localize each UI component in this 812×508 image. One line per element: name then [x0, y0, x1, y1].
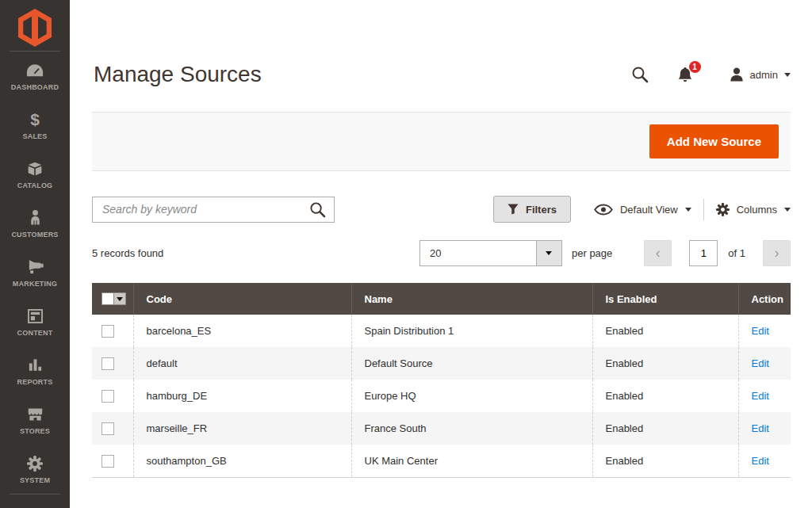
keyword-search	[92, 197, 335, 223]
vertical-divider	[703, 199, 704, 220]
select-all-checkbox[interactable]	[102, 292, 114, 305]
edit-link[interactable]: Edit	[752, 422, 769, 434]
cell-name: UK Main Center	[351, 445, 592, 477]
sidebar-item-sales[interactable]: $ SALES	[0, 101, 70, 150]
chevron-down-icon	[784, 73, 791, 77]
row-checkbox[interactable]	[102, 455, 114, 468]
cell-name: France South	[351, 412, 592, 445]
table-row: southampton_GB UK Main Center Enabled Ed…	[92, 445, 791, 477]
sidebar-item-label: CUSTOMERS	[11, 231, 58, 239]
cell-is-enabled: Enabled	[592, 380, 738, 412]
sidebar-item-catalog[interactable]: CATALOG	[0, 150, 70, 199]
cell-action: Edit	[738, 347, 791, 380]
select-all-header	[92, 283, 133, 315]
chevron-down-icon	[685, 208, 691, 212]
cell-is-enabled: Enabled	[592, 412, 738, 445]
edit-link[interactable]: Edit	[752, 390, 769, 402]
cell-action: Edit	[738, 412, 791, 445]
table-row: default Default Source Enabled Edit	[92, 347, 791, 380]
row-checkbox[interactable]	[102, 325, 114, 338]
sidebar-item-customers[interactable]: CUSTOMERS	[0, 199, 70, 248]
cell-action: Edit	[738, 445, 791, 477]
sidebar-item-label: CATALOG	[17, 181, 53, 189]
cell-select	[92, 347, 133, 380]
sidebar-item-label: SYSTEM	[20, 476, 50, 484]
records-found: 5 records found	[92, 247, 163, 259]
cell-is-enabled: Enabled	[592, 445, 738, 477]
sidebar-item-system[interactable]: SYSTEM	[0, 445, 70, 494]
row-checkbox[interactable]	[102, 357, 114, 370]
column-header-is-enabled[interactable]: Is Enabled	[592, 283, 738, 315]
marketing-icon	[27, 258, 44, 276]
view-label: Default View	[620, 204, 678, 216]
cell-select	[92, 445, 133, 477]
user-icon	[730, 67, 744, 82]
grid-toolbar: Filters Default View	[92, 196, 791, 223]
per-page-value: 20	[420, 247, 441, 259]
page-header: Manage Sources 1 admin	[92, 59, 791, 90]
column-header-name[interactable]: Name	[351, 283, 592, 315]
search-input[interactable]	[92, 197, 335, 223]
cell-name: Spain Distribution 1	[351, 315, 592, 347]
per-page-select[interactable]: 20	[419, 240, 562, 266]
search-icon	[309, 201, 326, 218]
sidebar-nav: DASHBOARD $ SALES CATALOG C	[0, 52, 70, 494]
cell-is-enabled: Enabled	[592, 347, 738, 380]
notifications-button[interactable]: 1	[677, 67, 693, 83]
table-row: hamburg_DE Europe HQ Enabled Edit	[92, 380, 791, 412]
sidebar-item-content[interactable]: CONTENT	[0, 297, 70, 346]
cell-code: southampton_GB	[133, 445, 351, 477]
add-new-source-button[interactable]: Add New Source	[649, 124, 779, 159]
header-actions: 1 admin	[631, 66, 791, 83]
cell-select	[92, 412, 133, 445]
sidebar-item-label: REPORTS	[17, 378, 53, 386]
columns-selector[interactable]: Columns	[716, 203, 791, 216]
search-submit-button[interactable]	[309, 201, 326, 221]
view-selector[interactable]: Default View	[594, 204, 691, 216]
select-all-caret[interactable]	[114, 292, 126, 305]
row-checkbox[interactable]	[102, 390, 114, 403]
edit-link[interactable]: Edit	[752, 325, 769, 337]
admin-sidebar: DASHBOARD $ SALES CATALOG C	[0, 0, 70, 508]
select-all-control[interactable]	[102, 292, 133, 305]
chevron-left-icon: ‹	[656, 245, 661, 262]
stores-icon	[27, 406, 44, 423]
column-header-code[interactable]: Code	[133, 283, 351, 315]
grid-status-row: 5 records found 20 per page ‹ of 1 ›	[92, 239, 791, 266]
search-icon	[631, 66, 649, 83]
sales-icon: $	[30, 111, 40, 128]
sidebar-item-marketing[interactable]: MARKETING	[0, 248, 70, 297]
cell-action: Edit	[738, 315, 791, 347]
table-row: barcelona_ES Spain Distribution 1 Enable…	[92, 315, 791, 347]
chevron-right-icon: ›	[775, 245, 779, 262]
sidebar-item-label: DASHBOARD	[11, 83, 59, 91]
next-page-button[interactable]: ›	[763, 240, 791, 266]
filter-funnel-icon	[508, 204, 519, 215]
filters-button[interactable]: Filters	[493, 196, 571, 223]
sidebar-item-label: CONTENT	[17, 329, 53, 337]
sidebar-item-label: SALES	[22, 132, 47, 140]
magento-logo[interactable]	[0, 0, 70, 51]
sidebar-item-dashboard[interactable]: DASHBOARD	[0, 52, 70, 101]
global-search-button[interactable]	[631, 66, 649, 83]
table-body: barcelona_ES Spain Distribution 1 Enable…	[92, 315, 791, 477]
edit-link[interactable]: Edit	[752, 455, 769, 467]
cell-code: default	[133, 347, 351, 380]
dashboard-icon	[26, 62, 44, 79]
columns-label: Columns	[737, 204, 777, 216]
system-icon	[27, 455, 43, 472]
chevron-down-icon	[117, 297, 123, 301]
current-page-input[interactable]	[689, 240, 718, 266]
sidebar-item-stores[interactable]: STORES	[0, 395, 70, 445]
sidebar-item-reports[interactable]: REPORTS	[0, 346, 70, 395]
sources-table: Code Name Is Enabled Action barcelona_ES…	[92, 283, 791, 478]
admin-menu[interactable]: admin	[730, 67, 791, 82]
chevron-down-icon	[784, 208, 791, 212]
total-pages-label: of 1	[728, 247, 745, 259]
edit-link[interactable]: Edit	[752, 357, 769, 369]
main-content: Manage Sources 1 admin	[70, 59, 812, 478]
filters-label: Filters	[526, 204, 557, 216]
row-checkbox[interactable]	[102, 422, 114, 435]
sidebar-item-label: STORES	[20, 427, 50, 435]
previous-page-button[interactable]: ‹	[644, 240, 672, 266]
